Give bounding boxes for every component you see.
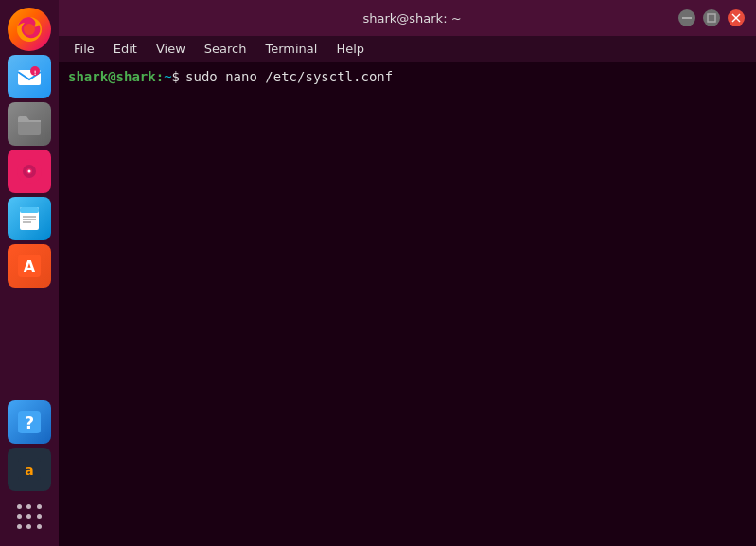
grid-dot	[17, 504, 22, 509]
sidebar-icon-amazon[interactable]: a	[8, 448, 51, 491]
svg-rect-21	[682, 17, 692, 19]
menubar: File Edit View Search Terminal Help	[59, 36, 756, 62]
menu-search[interactable]: Search	[197, 40, 255, 58]
show-applications-button[interactable]	[8, 495, 51, 538]
grid-dot	[37, 504, 42, 509]
sidebar-icon-help[interactable]: ?	[8, 400, 51, 444]
svg-point-9	[28, 170, 31, 173]
sidebar-icon-music[interactable]	[8, 150, 51, 193]
svg-text:!: !	[34, 69, 37, 76]
grid-dot	[26, 524, 31, 529]
menu-view[interactable]: View	[149, 40, 193, 58]
window-title: shark@shark: ~	[146, 11, 678, 26]
titlebar: shark@shark: ~	[59, 0, 756, 36]
sidebar-icon-firefox[interactable]	[8, 8, 51, 51]
menu-edit[interactable]: Edit	[106, 40, 145, 58]
prompt-path: ~	[164, 68, 171, 87]
menu-help[interactable]: Help	[328, 40, 372, 58]
sidebar-icon-writer[interactable]	[8, 197, 51, 240]
grid-dot	[17, 514, 22, 519]
window-controls	[678, 9, 745, 26]
svg-rect-22	[708, 14, 715, 22]
svg-text:?: ?	[25, 413, 34, 432]
menu-terminal[interactable]: Terminal	[257, 40, 325, 58]
main-area: shark@shark: ~ File Edit View Search Ter…	[59, 0, 756, 546]
close-button[interactable]	[728, 9, 745, 26]
grid-dot	[26, 504, 31, 509]
prompt-dollar: $	[172, 68, 180, 87]
menu-file[interactable]: File	[66, 40, 102, 58]
grid-dot	[37, 514, 42, 519]
terminal-area[interactable]: shark@shark: ~ $ sudo nano /etc/sysctl.c…	[59, 62, 756, 546]
sidebar-icon-typora[interactable]: A	[8, 244, 51, 288]
grid-dot	[17, 524, 22, 529]
command-text: sudo nano /etc/sysctl.conf	[185, 68, 393, 87]
svg-text:A: A	[24, 257, 36, 275]
svg-point-1	[24, 24, 35, 35]
sidebar-icon-email[interactable]: !	[8, 55, 51, 98]
svg-rect-5	[18, 120, 41, 135]
svg-rect-11	[20, 207, 39, 213]
grid-dot	[37, 524, 42, 529]
terminal-line: shark@shark: ~ $ sudo nano /etc/sysctl.c…	[68, 68, 747, 87]
sidebar-icon-files[interactable]	[8, 102, 51, 146]
grid-dot	[26, 514, 31, 519]
prompt-user: shark@shark:	[68, 68, 164, 87]
svg-text:a: a	[25, 463, 33, 478]
minimize-button[interactable]	[678, 9, 695, 26]
maximize-button[interactable]	[703, 9, 720, 26]
sidebar: ! A	[0, 0, 59, 546]
